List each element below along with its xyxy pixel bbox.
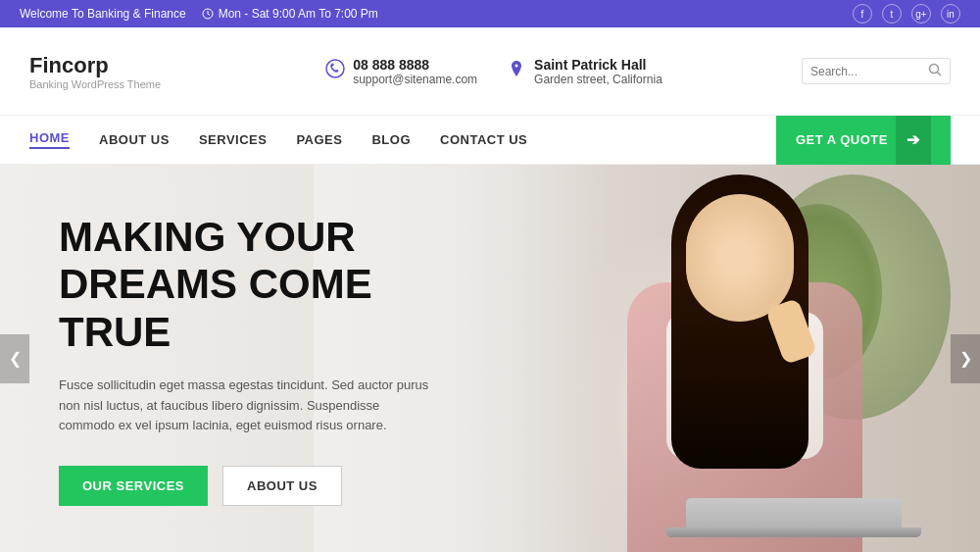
carousel-prev-button[interactable]: ❮ [0, 334, 29, 383]
nav-contact[interactable]: CONTACT US [440, 132, 527, 147]
hours-icon: Mon - Sat 9:00 Am To 7:00 Pm [202, 7, 378, 21]
nav-services[interactable]: SERVICES [199, 132, 268, 147]
googleplus-icon[interactable]: g+ [911, 4, 931, 24]
svg-point-3 [326, 60, 344, 77]
location-sub: Garden street, California [534, 73, 662, 86]
welcome-text: Welcome To Banking & Finance [20, 7, 186, 21]
search-box[interactable] [802, 58, 951, 84]
site-header: Fincorp Banking WordPress Theme 08 888 8… [0, 27, 980, 116]
nav-blog[interactable]: BLOG [371, 132, 411, 147]
location-name: Saint Patrick Hall [534, 57, 662, 73]
search-input[interactable] [810, 65, 928, 78]
hours-text: Mon - Sat 9:00 Am To 7:00 Pm [219, 7, 378, 21]
get-quote-button[interactable]: GET A QUOTE ➔ [776, 116, 951, 165]
location-info: Saint Patrick Hall Garden street, Califo… [534, 57, 662, 86]
social-links: f t g+ in [853, 4, 960, 24]
nav-pages[interactable]: PAGES [296, 132, 342, 147]
get-quote-label: GET A QUOTE [796, 132, 888, 147]
linkedin-icon[interactable]: in [941, 4, 960, 24]
clock-icon [202, 8, 214, 20]
hero-buttons: OUR SERVICES ABOUT US [59, 466, 480, 506]
phone-number: 08 888 8888 [353, 57, 477, 73]
svg-point-4 [930, 65, 939, 74]
facebook-icon[interactable]: f [853, 4, 872, 24]
hero-body: Fusce sollicitudin eget massa egestas ti… [59, 376, 431, 436]
location-icon [507, 59, 526, 83]
top-bar-left: Welcome To Banking & Finance Mon - Sat 9… [20, 7, 378, 21]
our-services-button[interactable]: OUR SERVICES [59, 466, 208, 506]
phone-icon [325, 59, 345, 83]
svg-line-5 [938, 73, 942, 76]
header-contact: 08 888 8888 support@sitename.com Saint P… [186, 57, 802, 86]
logo-title: Fincorp [29, 53, 186, 78]
nav-about[interactable]: ABOUT US [99, 132, 170, 147]
nav-links: HOME ABOUT US SERVICES PAGES BLOG CONTAC… [29, 130, 776, 149]
logo-subtitle: Banking WordPress Theme [29, 78, 186, 90]
phone-info: 08 888 8888 support@sitename.com [353, 57, 477, 86]
phone-contact: 08 888 8888 support@sitename.com [325, 57, 477, 86]
quote-arrow-icon: ➔ [896, 116, 931, 165]
location-contact: Saint Patrick Hall Garden street, Califo… [507, 57, 662, 86]
svg-line-2 [208, 14, 210, 16]
search-button[interactable] [928, 63, 942, 79]
hero-title-line2: DREAMS COME TRUE [59, 261, 372, 354]
hero-content: MAKING YOUR DREAMS COME TRUE Fusce solli… [59, 214, 480, 506]
main-nav: HOME ABOUT US SERVICES PAGES BLOG CONTAC… [0, 116, 980, 165]
twitter-icon[interactable]: t [882, 4, 902, 24]
hero-section: MAKING YOUR DREAMS COME TRUE Fusce solli… [0, 165, 980, 552]
email-address: support@sitename.com [353, 73, 477, 86]
about-us-button[interactable]: ABOUT US [222, 466, 342, 506]
nav-home[interactable]: HOME [29, 130, 70, 149]
logo[interactable]: Fincorp Banking WordPress Theme [29, 53, 186, 90]
hero-title: MAKING YOUR DREAMS COME TRUE [59, 214, 480, 356]
hero-title-line1: MAKING YOUR [59, 214, 356, 260]
top-bar: Welcome To Banking & Finance Mon - Sat 9… [0, 0, 980, 27]
carousel-next-button[interactable]: ❯ [951, 334, 980, 383]
laptop-base [666, 527, 921, 537]
face2 [686, 199, 789, 317]
